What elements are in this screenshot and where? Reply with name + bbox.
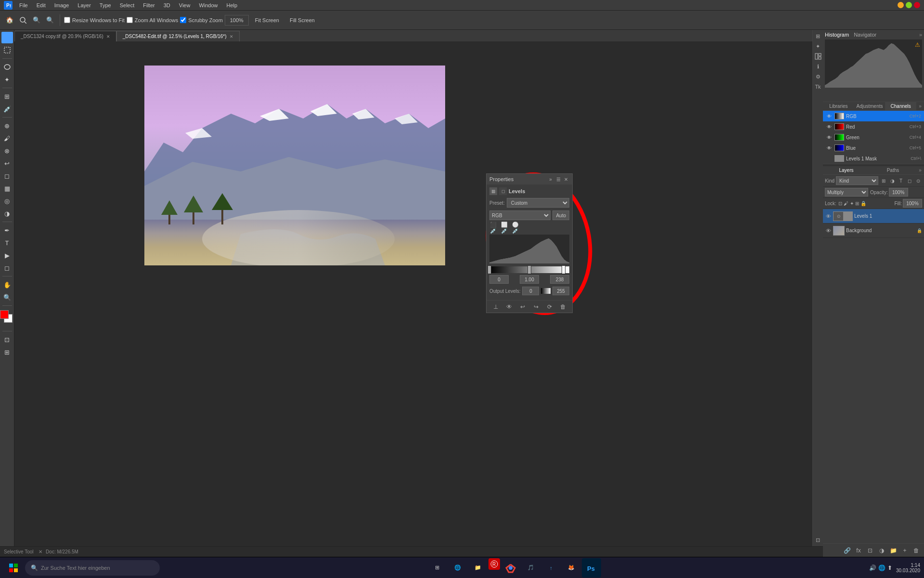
shape-tool[interactable]: ◻ <box>1 262 13 274</box>
lock-paint-icon[interactable]: 🖌 <box>844 201 848 206</box>
navigator-tab[interactable]: Navigator <box>854 32 876 38</box>
text-tool[interactable]: T <box>1 237 13 249</box>
zoom-tool-btn[interactable] <box>17 14 29 26</box>
close-button[interactable] <box>914 2 920 8</box>
crop-tool[interactable]: ⊞ <box>1 91 13 102</box>
add-group-btn[interactable]: 📁 <box>888 546 898 555</box>
channel-row-mask[interactable]: Levels 1 Mask Ctrl+\ <box>823 153 924 164</box>
filter-shape-icon[interactable]: ◻ <box>906 177 913 184</box>
status-close-btn[interactable]: ✕ <box>38 549 42 554</box>
hist-expand-icon[interactable]: » <box>919 32 922 38</box>
preset-dropdown[interactable]: Custom Default <box>507 198 569 208</box>
zoom-tool[interactable]: 🔍 <box>1 291 13 303</box>
filter-adjustment-icon[interactable]: ◑ <box>888 177 896 184</box>
redo-btn[interactable]: ↪ <box>531 302 541 312</box>
new-layer-btn[interactable]: + <box>900 546 910 555</box>
vert-btn-info[interactable]: ℹ <box>814 62 822 71</box>
red-icon[interactable]: R <box>488 558 500 570</box>
selection-tool[interactable] <box>1 44 13 56</box>
libraries-tab[interactable]: Libraries <box>823 102 854 110</box>
channel-row-rgb[interactable]: 👁 RGB Ctrl+2 <box>823 111 924 121</box>
vert-btn-6[interactable]: Tk <box>814 82 822 91</box>
reset-btn[interactable]: ⟳ <box>545 302 554 312</box>
input-min-field[interactable] <box>489 275 509 284</box>
firefox-icon[interactable]: 🦊 <box>562 558 581 578</box>
menu-image[interactable]: Image <box>51 1 73 9</box>
screen-mode-btn[interactable]: ⊞ <box>1 346 13 358</box>
filter-smart-icon[interactable]: ⊙ <box>914 177 922 184</box>
hand-tool[interactable]: ✋ <box>1 279 13 290</box>
menu-help[interactable]: Help <box>223 1 242 9</box>
move-tool[interactable] <box>1 32 13 43</box>
fill-screen-button[interactable]: Fill Screen <box>285 14 319 26</box>
lock-transparent-icon[interactable]: ⊡ <box>838 201 842 206</box>
scrubby-zoom-checkbox[interactable]: Scrubby Zoom <box>180 17 223 23</box>
lock-all-icon[interactable]: 🔒 <box>860 201 866 206</box>
opacity-input[interactable] <box>889 188 908 197</box>
eye-btn[interactable]: 👁 <box>504 302 514 312</box>
mid-point-handle[interactable] <box>527 265 531 274</box>
tab-dsc5482[interactable]: _DSC5482-Edit.tif @ 12.5% (Levels 1, RGB… <box>116 31 240 41</box>
volume-icon[interactable]: 🔊 <box>869 565 876 571</box>
link-layers-btn[interactable]: 🔗 <box>842 546 852 555</box>
adjustments-tab[interactable]: Adjustments <box>854 102 886 110</box>
menu-edit[interactable]: Edit <box>33 1 50 9</box>
pen-tool[interactable]: ✒ <box>1 224 13 236</box>
quick-mask-btn[interactable]: ⊡ <box>1 334 13 345</box>
path-selection-tool[interactable]: ▶ <box>1 250 13 261</box>
delete-layer-btn[interactable]: 🗑 <box>911 546 921 555</box>
channels-tab[interactable]: Channels <box>885 102 916 110</box>
maximize-button[interactable] <box>906 2 912 8</box>
close-tab-dsc1324[interactable]: ✕ <box>106 34 110 39</box>
foreground-color-swatch[interactable] <box>0 310 9 319</box>
layer-eye-levels1[interactable]: 👁 <box>825 213 832 219</box>
panel-expand-btn[interactable]: » <box>916 102 924 110</box>
network-icon[interactable]: 🌐 <box>878 565 886 571</box>
filter-type-icon[interactable]: T <box>897 177 905 184</box>
black-point-handle[interactable] <box>488 265 491 274</box>
white-point-eyedropper[interactable]: ⚪💉 <box>512 223 521 233</box>
menu-layer[interactable]: Layer <box>74 1 95 9</box>
paths-tab[interactable]: Paths <box>870 166 916 174</box>
input-max-field[interactable] <box>550 275 569 284</box>
props-expand-btn[interactable]: » <box>547 176 554 183</box>
histogram-icon[interactable]: ▦ <box>489 187 497 195</box>
lock-artboard-icon[interactable]: ⊞ <box>855 201 859 206</box>
menu-file[interactable]: File <box>15 1 32 9</box>
brush-tool[interactable]: 🖌 <box>1 132 13 144</box>
props-close-btn[interactable]: ✕ <box>563 176 569 183</box>
lasso-tool[interactable] <box>1 61 13 73</box>
ie-icon[interactable]: 🌐 <box>448 558 467 578</box>
history-brush-tool[interactable]: ↩ <box>1 158 13 169</box>
dodge-tool[interactable]: ◑ <box>1 208 13 219</box>
channel-eye-blue[interactable]: 👁 <box>826 144 833 151</box>
black-point-eyedropper[interactable]: ⬛💉 <box>489 223 499 233</box>
eraser-tool[interactable]: ◻ <box>1 170 13 182</box>
upload-icon[interactable]: ⬆ <box>887 565 892 571</box>
layer-row-background[interactable]: 👁 Background 🔒 <box>823 223 924 238</box>
menu-filter[interactable]: Filter <box>139 1 158 9</box>
vert-btn-2[interactable]: ✦ <box>814 42 822 51</box>
menu-type[interactable]: Type <box>96 1 115 9</box>
resize-windows-input[interactable] <box>64 17 70 23</box>
channel-select[interactable]: RGB Red Green Blue <box>489 210 551 220</box>
tab-dsc1324[interactable]: _DSC1324 copy.tif @ 20.9% (RGB/16) ✕ <box>14 31 116 41</box>
add-mask-btn[interactable]: ⊡ <box>865 546 875 555</box>
start-button[interactable] <box>4 558 23 578</box>
vert-btn-5[interactable]: ⚙ <box>814 72 822 81</box>
menu-3d[interactable]: 3D <box>160 1 174 9</box>
healing-brush-tool[interactable]: ⊕ <box>1 120 13 131</box>
white-point-handle[interactable] <box>562 265 565 274</box>
channel-row-green[interactable]: 👁 Green Ctrl+4 <box>823 132 924 143</box>
levels-input-slider[interactable] <box>489 266 569 273</box>
taskbar-clock[interactable]: 1:14 30.03.2020 <box>896 563 920 573</box>
close-tab-dsc5482[interactable]: ✕ <box>230 34 233 39</box>
zoom-all-windows-checkbox[interactable]: Zoom All Windows <box>127 17 178 23</box>
menu-window[interactable]: Window <box>195 1 221 9</box>
arrow-up-icon[interactable]: ↑ <box>541 558 561 578</box>
add-adjustment-btn[interactable]: ◑ <box>877 546 886 555</box>
layer-eye-background[interactable]: 👁 <box>825 228 832 234</box>
channel-eye-rgb[interactable]: 👁 <box>826 113 833 119</box>
taskbar-search[interactable]: 🔍 Zur Suche Text hier eingeben <box>25 560 160 576</box>
zoom-percent-input[interactable] <box>225 15 249 26</box>
